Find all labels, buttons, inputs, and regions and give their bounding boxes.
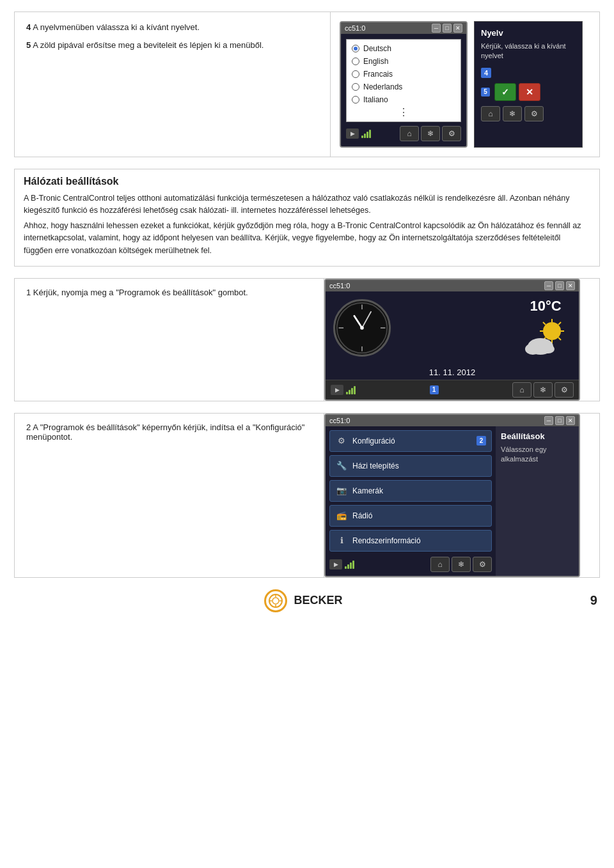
cc51-config-titlebar-btns: ─ □ ✕ — [544, 416, 575, 425]
clock-home-btn[interactable]: ⌂ — [512, 382, 531, 398]
cc51-lang-titlebar: cc51:0 ─ □ ✕ — [341, 22, 466, 34]
lang-item-francais[interactable]: Francais — [347, 68, 460, 81]
konfig-label: Konfiguráció — [352, 437, 395, 446]
radio-francais — [352, 70, 359, 78]
step5-badge: 5 — [26, 40, 31, 50]
menu-item-hazi[interactable]: 🔧 Házi telepítés — [329, 455, 492, 477]
section-title: Hálózati beállítások — [15, 176, 599, 187]
lang-label-deutsch: Deutsch — [363, 44, 391, 53]
config-nav-bar: ▶ ⌂ ❄ ⚙ — [329, 557, 492, 572]
weather-svg — [520, 317, 571, 359]
signal-bar-4 — [369, 130, 371, 138]
weather-area: 10°C — [520, 298, 571, 359]
cc51-lang-window: cc51:0 ─ □ ✕ Deutsch — [340, 21, 468, 148]
menu-item-radio[interactable]: 📻 Rádió — [329, 505, 492, 527]
snow-btn[interactable]: ❄ — [421, 126, 440, 141]
home-btn[interactable]: ⌂ — [400, 126, 419, 141]
date-area: 11. 11. 2012 — [326, 365, 579, 380]
clock-nav-badges: 1 — [430, 385, 439, 394]
clock-gear-btn[interactable]: ⚙ — [555, 382, 574, 398]
nyelv-title: Nyelv — [481, 28, 576, 38]
top-left-instructions: 4 A nyelvmenüben válassza ki a kívánt ny… — [15, 12, 331, 157]
clock-area: 10°C — [326, 291, 579, 365]
cc51-config-close[interactable]: ✕ — [566, 416, 575, 425]
nyelv-gear-btn[interactable]: ⚙ — [524, 106, 544, 121]
kamerak-label: Kamerák — [352, 486, 383, 495]
middle-section: Hálózati beállítások A B-Tronic CentralC… — [14, 169, 600, 267]
cc51-config-maximize[interactable]: □ — [555, 416, 564, 425]
radio-deutsch — [352, 45, 359, 52]
radio-english — [352, 58, 359, 65]
signal-bar-3 — [366, 132, 368, 138]
cc51-clock-minimize[interactable]: ─ — [544, 281, 553, 290]
csig4 — [352, 561, 354, 569]
step4-inline-badge: 4 — [481, 68, 491, 78]
clock-ticks-svg — [335, 301, 389, 355]
cc51-clock-close[interactable]: ✕ — [566, 281, 575, 290]
clock-nav-icon: ▶ — [331, 385, 343, 395]
nyelv-home-btn[interactable]: ⌂ — [481, 106, 500, 121]
gear-btn[interactable]: ⚙ — [442, 126, 461, 141]
konfig-badge: 2 — [476, 436, 486, 446]
lang-item-english[interactable]: English — [347, 55, 460, 68]
lang-item-nederlands[interactable]: Nederlands — [347, 81, 460, 93]
radio-icon: 📻 — [335, 509, 348, 522]
cc51-clock-window: cc51:0 ─ □ ✕ — [324, 279, 580, 401]
step5-btn-area: 5 ✓ ✕ — [481, 83, 576, 101]
lang-item-italiano[interactable]: Italiano — [347, 93, 460, 106]
config-right-title: Beállítások — [501, 431, 574, 441]
svg-line-13 — [543, 322, 546, 325]
clock-snow-btn[interactable]: ❄ — [533, 382, 553, 398]
config-menu: ⚙ Konfiguráció 2 🔧 Házi telepítés 📷 — [326, 426, 496, 576]
config-home-btn[interactable]: ⌂ — [430, 557, 450, 572]
config-panel: ⚙ Konfiguráció 2 🔧 Házi telepítés 📷 — [326, 426, 579, 576]
menu-item-konfig[interactable]: ⚙ Konfiguráció 2 — [329, 430, 492, 452]
nyelv-snow-btn[interactable]: ❄ — [503, 106, 522, 121]
cc51-config-window: cc51:0 ─ □ ✕ ⚙ Konfiguráció 2 — [324, 414, 580, 577]
cc51-maximize-btn[interactable]: □ — [443, 24, 452, 33]
csig3 — [350, 562, 352, 569]
svg-line-14 — [558, 337, 561, 340]
step4-badge: 4 — [26, 22, 31, 32]
cc51-minimize-btn[interactable]: ─ — [432, 24, 441, 33]
confirm-button[interactable]: ✓ — [494, 83, 516, 101]
becker-logo-svg — [269, 594, 283, 608]
step5-text: 5 A zöld pipával erősítse meg a bevitele… — [26, 39, 319, 52]
cc51-config-titlebar: cc51:0 ─ □ ✕ — [326, 415, 579, 426]
cc51-config-title: cc51:0 — [329, 417, 350, 424]
bottom2-left: 2 A "Programok és beállítások" képernyőn… — [15, 414, 324, 577]
menu-item-rendszer[interactable]: ℹ Rendszerinformáció — [329, 530, 492, 552]
cc51-close-btn[interactable]: ✕ — [453, 24, 462, 33]
cc51-lang-titlebar-btns: ─ □ ✕ — [432, 24, 462, 33]
config-home-btns: ⌂ ❄ ⚙ — [430, 557, 492, 572]
config-snow-btn[interactable]: ❄ — [452, 557, 471, 572]
sig1 — [346, 392, 348, 394]
step1-num: 1 — [26, 288, 31, 297]
cc51-lang-body: Deutsch English Francais — [341, 34, 466, 146]
step2-text: 2 A "Programok és beállítások" képernyőn… — [26, 422, 312, 442]
kamerak-icon: 📷 — [335, 484, 348, 497]
cc51-lang-nav-icon1: ▶ — [346, 128, 359, 139]
config-gear-btn[interactable]: ⚙ — [473, 557, 492, 572]
becker-logo-text: BECKER — [294, 594, 342, 607]
signal-bar-2 — [364, 134, 366, 138]
lang-item-deutsch[interactable]: Deutsch — [347, 42, 460, 55]
cc51-clock-maximize[interactable]: □ — [555, 281, 564, 290]
bottom-row1: 1 Kérjük, nyomja meg a "Programok és beá… — [14, 278, 600, 401]
cc51-config-minimize[interactable]: ─ — [544, 416, 553, 425]
nyelv-panel: Nyelv Kérjük, válassza ki a kívánt nyelv… — [474, 21, 583, 148]
clock-signal-bars — [346, 385, 356, 394]
cc51-lang-nav-left: ▶ — [346, 128, 371, 139]
config-right-panel: Beállítások Válasszon egy alkalmazást — [496, 426, 579, 576]
lang-label-francais: Francais — [363, 70, 393, 79]
menu-item-kamerak[interactable]: 📷 Kamerák — [329, 480, 492, 502]
sig3 — [351, 388, 353, 394]
radio-deutsch-inner — [354, 47, 358, 50]
svg-line-6 — [362, 312, 371, 328]
cc51-clock-nav: ▶ 1 ⌂ ❄ ⚙ — [326, 380, 579, 399]
becker-branding: BECKER — [264, 589, 342, 612]
nyelv-desc: Kérjük, válassza ki a kívánt nyelvet — [481, 42, 576, 61]
cancel-button[interactable]: ✕ — [519, 83, 540, 101]
csig1 — [345, 566, 347, 569]
bottom1-right: cc51:0 ─ □ ✕ — [324, 279, 599, 401]
